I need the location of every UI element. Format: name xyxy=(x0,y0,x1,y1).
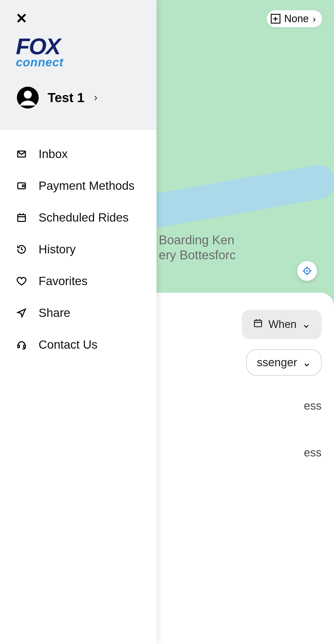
svg-rect-15 xyxy=(18,183,26,189)
locate-me-button[interactable] xyxy=(297,261,317,281)
menu-item-history[interactable]: History xyxy=(16,233,141,265)
svg-rect-21 xyxy=(18,345,20,348)
avatar-icon xyxy=(16,86,40,110)
passenger-label: ssenger xyxy=(257,356,297,369)
profile-row[interactable]: Test 1 › xyxy=(16,86,141,110)
calendar-icon xyxy=(253,318,263,331)
menu-item-payment[interactable]: Payment Methods xyxy=(16,170,141,202)
heart-icon xyxy=(16,275,27,287)
menu-item-label: Scheduled Rides xyxy=(39,211,129,224)
menu-item-inbox[interactable]: Inbox xyxy=(16,138,141,170)
drawer-header: FOX connect Test 1 › xyxy=(0,0,157,130)
mail-icon xyxy=(16,148,27,160)
chevron-right-icon: › xyxy=(313,13,316,24)
svg-rect-22 xyxy=(24,345,26,348)
close-button[interactable] xyxy=(16,12,27,24)
plus-box-icon: + xyxy=(271,14,280,24)
app-logo: FOX connect xyxy=(16,39,141,69)
calendar-icon xyxy=(16,212,27,223)
send-icon xyxy=(16,307,27,319)
menu-item-label: History xyxy=(39,243,76,256)
crosshair-icon xyxy=(302,266,312,276)
profile-chip-label: None xyxy=(284,13,309,25)
menu-item-label: Contact Us xyxy=(39,338,98,352)
profile-name: Test 1 xyxy=(48,90,84,105)
logo-bottom-text: connect xyxy=(16,56,141,69)
menu-item-contact[interactable]: Contact Us xyxy=(16,329,141,361)
when-label: When xyxy=(269,318,297,331)
svg-point-13 xyxy=(24,91,32,99)
chevron-down-icon xyxy=(303,359,311,367)
close-icon xyxy=(16,12,27,24)
chevron-down-icon xyxy=(302,321,310,329)
navigation-drawer: FOX connect Test 1 › Inbox Payment Metho… xyxy=(0,0,157,644)
svg-rect-17 xyxy=(18,215,26,222)
chevron-right-icon: › xyxy=(94,92,98,104)
map-place-label: Boarding Ken ery Bottesforc xyxy=(159,233,236,263)
headset-icon xyxy=(16,339,27,350)
menu-item-label: Payment Methods xyxy=(39,179,135,193)
wallet-icon xyxy=(16,180,27,191)
svg-rect-16 xyxy=(22,185,26,187)
profile-chip[interactable]: + None › xyxy=(267,10,322,27)
history-icon xyxy=(16,244,27,255)
menu-item-scheduled[interactable]: Scheduled Rides xyxy=(16,202,141,233)
drawer-menu: Inbox Payment Methods Scheduled Rides Hi… xyxy=(0,130,157,369)
menu-item-favorites[interactable]: Favorites xyxy=(16,265,141,297)
menu-item-label: Inbox xyxy=(39,147,68,161)
menu-item-label: Share xyxy=(39,306,70,320)
when-selector[interactable]: When xyxy=(242,310,322,339)
menu-item-share[interactable]: Share xyxy=(16,297,141,329)
svg-rect-6 xyxy=(254,320,262,327)
svg-point-1 xyxy=(306,270,308,272)
logo-top-text: FOX xyxy=(16,39,141,54)
menu-item-label: Favorites xyxy=(39,274,88,288)
passenger-selector[interactable]: ssenger xyxy=(246,349,322,376)
